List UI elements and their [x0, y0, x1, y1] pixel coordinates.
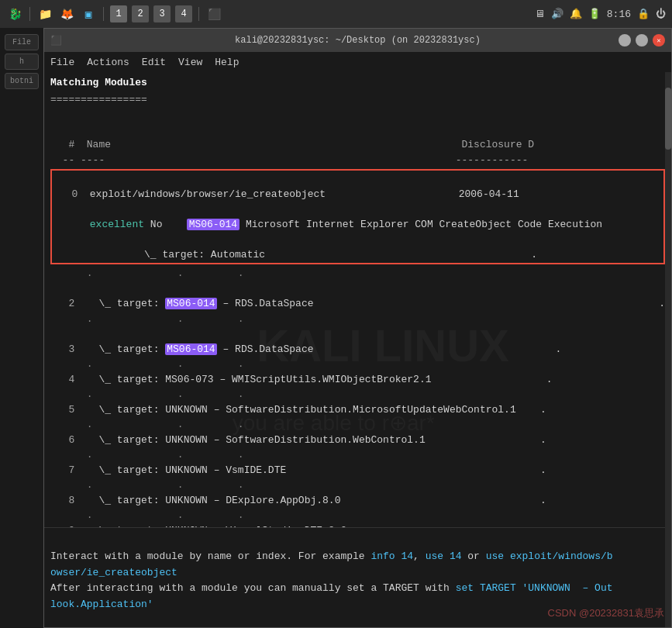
section-title: Matching Modules — [50, 75, 665, 91]
window-controls: ✕ — [619, 34, 665, 47]
menu-actions[interactable]: Actions — [87, 57, 129, 68]
target-5: 5 \_ target: UNKNOWN – SoftwareDistribut… — [50, 402, 665, 418]
target-7: 7 \_ target: UNKNOWN – VsmIDE.DTE . — [50, 463, 665, 478]
sidebar: File h botni — [0, 28, 43, 628]
highlighted-entry: 0 exploit/windows/browser/ie_createobjec… — [50, 169, 665, 264]
target-4: 4 \_ target: MS06-073 – WMIScriptUtils.W… — [50, 372, 665, 388]
sidebar-item-h[interactable]: h — [5, 53, 39, 70]
terminal-icon-small: ⬛ — [50, 35, 62, 47]
taskbar-right: 🖥 🔊 🔔 🔋 8:16 🔒 ⏻ — [535, 8, 666, 20]
title-bar: ⬛ kali@20232831ysc: ~/Desktop (on 202328… — [44, 29, 671, 52]
workspace-3[interactable]: 3 — [153, 5, 171, 22]
menu-help[interactable]: Help — [215, 57, 239, 68]
dot-sep-2: . . . — [50, 312, 665, 327]
workspace-4[interactable]: 4 — [175, 5, 192, 22]
lock-icon: 🔒 — [637, 8, 650, 20]
battery-icon: 🔋 — [588, 8, 601, 20]
bottom-message: Interact with a module by name or index.… — [44, 527, 671, 618]
entry-0-detail: excellent No MS06-014 Microsoft Internet… — [53, 202, 662, 232]
power-icon: ⏻ — [656, 9, 666, 20]
col-headers: # Name Disclosure D -- ---- ------------ — [50, 122, 665, 168]
clock: 8:16 — [607, 9, 631, 20]
window-title: kali@20232831ysc: ~/Desktop (on 20232831… — [235, 35, 481, 46]
target-8: 8 \_ target: UNKNOWN – DExplore.AppObj.8… — [50, 493, 665, 509]
browser-icon[interactable]: 🦊 — [58, 5, 75, 22]
menu-file[interactable]: File — [50, 57, 74, 68]
terminal2-icon[interactable]: ⬛ — [205, 5, 222, 22]
volume-icon: 🔊 — [551, 8, 563, 20]
workspace-2[interactable]: 2 — [132, 5, 149, 22]
entry-0-target: \_ target: Automatic . — [53, 232, 662, 262]
dot-sep-4: . . . — [50, 387, 665, 402]
menu-view[interactable]: View — [178, 57, 202, 68]
menu-edit[interactable]: Edit — [142, 57, 166, 68]
dot-sep-7: . . . — [50, 478, 665, 493]
entry-0-path: 0 exploit/windows/browser/ie_createobjec… — [53, 171, 662, 202]
spacer1 — [50, 107, 665, 122]
dot-sep-8: . . . — [50, 508, 665, 523]
sep1 — [29, 7, 30, 21]
kali-icon: 🐉 — [6, 5, 23, 22]
target-3: 3 \_ target: MS06-014 – RDS.DataSpace . — [50, 326, 665, 357]
bell-icon: 🔔 — [570, 8, 582, 20]
monitor-icon: 🖥 — [535, 9, 545, 20]
target-6: 6 \_ target: UNKNOWN – SoftwareDistribut… — [50, 433, 665, 448]
scrollbar[interactable] — [665, 72, 671, 627]
sidebar-item-file[interactable]: File — [5, 34, 39, 50]
dot-sep-5: . . . — [50, 417, 665, 433]
minimize-button[interactable] — [619, 34, 631, 47]
section-underline: ================ — [50, 92, 665, 108]
terminal-content: Matching Modules ================ # Name… — [44, 72, 671, 618]
target-2: 2 \_ target: MS06-014 – RDS.DataSpace . — [50, 281, 665, 312]
files-icon[interactable]: 📁 — [36, 5, 53, 22]
maximize-button[interactable] — [636, 34, 648, 47]
scrollbar-thumb[interactable] — [665, 88, 671, 150]
sidebar-item-botni[interactable]: botni — [5, 73, 39, 89]
close-button[interactable]: ✕ — [653, 34, 665, 47]
interact-msg-line: Interact with a module by name or index.… — [50, 533, 665, 613]
sep2 — [103, 7, 104, 21]
workspace-1[interactable]: 1 — [110, 5, 127, 22]
dot-sep-3: . . . — [50, 357, 665, 372]
menu-bar: File Actions Edit View Help — [44, 52, 671, 72]
taskbar: 🐉 📁 🦊 ▣ 1 2 3 4 ⬛ 🖥 🔊 🔔 🔋 8:16 🔒 ⏻ — [0, 0, 672, 28]
csdn-credit: CSDN @20232831袁思承 — [548, 606, 664, 620]
dot-sep-6: . . . — [50, 447, 665, 463]
terminal-icon[interactable]: ▣ — [80, 5, 97, 22]
sep3 — [198, 7, 199, 21]
dot-sep-1: . . . — [50, 266, 665, 281]
